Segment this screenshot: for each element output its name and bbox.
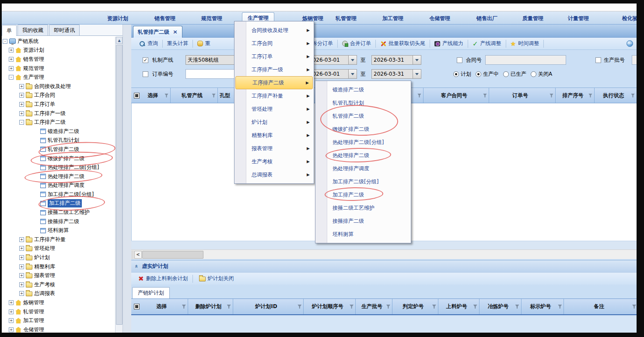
tree-item[interactable]: +销售管理	[2, 55, 115, 64]
column-header[interactable]: 轧管产线	[171, 88, 218, 103]
column-header[interactable]: 选择	[132, 299, 188, 314]
tree-item[interactable]: 接箍二级工艺维护	[2, 208, 115, 217]
expand-icon[interactable]: +	[19, 264, 24, 269]
tree-item[interactable]: 坯料测算	[2, 226, 115, 235]
menu-item[interactable]: 总调报表▶	[235, 168, 313, 181]
filter-funnel-icon[interactable]	[227, 305, 231, 309]
panel-toolbar-button[interactable]: ✖删除上料剩余计划	[135, 274, 192, 284]
tree-item[interactable]: +精整利库	[2, 262, 115, 271]
filter-funnel-icon[interactable]	[483, 94, 487, 98]
filter-funnel-icon[interactable]	[515, 305, 519, 309]
menubar-item[interactable]: 计量管理	[568, 14, 589, 23]
expand-icon[interactable]: +	[19, 102, 24, 107]
contract-input[interactable]	[485, 55, 566, 65]
menu-item[interactable]: 生产考核▶	[235, 155, 313, 168]
checkbox-icon[interactable]	[595, 57, 601, 63]
column-header[interactable]: 选择	[132, 88, 171, 103]
tree-item[interactable]: +报表管理	[2, 271, 115, 280]
tree-item[interactable]: +仓储管理	[2, 325, 115, 333]
tree-item[interactable]: 加工排产二级	[2, 199, 115, 208]
batch-input[interactable]	[632, 55, 637, 65]
tree-item[interactable]: +总调报表	[2, 289, 115, 298]
filter-funnel-icon[interactable]	[631, 94, 635, 98]
tree-item[interactable]: 热处理排产二级	[2, 172, 115, 181]
submenu-item[interactable]: 锻造排产二级	[316, 83, 410, 96]
toolbar-button-globe[interactable]	[623, 39, 637, 49]
filter-funnel-icon[interactable]	[558, 305, 562, 309]
close-icon[interactable]: ×	[173, 29, 178, 35]
tree-item[interactable]: +资源计划	[2, 46, 115, 55]
filter-funnel-icon[interactable]	[588, 94, 592, 98]
column-header[interactable]: 冶炼炉号	[480, 299, 522, 314]
toolbar-button-star[interactable]: ★时间调整	[507, 39, 543, 49]
date-from-2-dropdown-icon[interactable]	[348, 69, 357, 79]
column-header[interactable]: 标示炉号	[522, 299, 564, 314]
toolbar-button-plain[interactable]: 重头计算	[164, 39, 192, 49]
tree-item[interactable]: +炼钢管理	[2, 298, 115, 307]
expand-icon[interactable]: +	[19, 84, 24, 89]
column-header[interactable]: 判定炉号	[392, 299, 438, 314]
toolbar-button-check[interactable]: ✓产线调整	[469, 39, 505, 49]
menubar-item[interactable]: 销售管理	[154, 14, 175, 23]
tree-item[interactable]: -工序排产二级	[2, 118, 115, 127]
submenu-item[interactable]: 接箍排产二级	[316, 214, 410, 228]
filter-funnel-icon[interactable]	[632, 305, 636, 309]
expand-icon[interactable]: +	[19, 282, 24, 287]
filter-funnel-icon[interactable]	[212, 94, 216, 98]
expand-icon[interactable]: +	[19, 255, 24, 260]
tree-item[interactable]: +工序排产补量	[2, 235, 115, 244]
menu-item[interactable]: 工序排产二级▶	[235, 76, 313, 89]
expand-icon[interactable]: +	[19, 246, 24, 251]
tree-item[interactable]: +规范管理	[2, 64, 115, 73]
tree-item[interactable]: 接箍排产二级	[2, 217, 115, 226]
tree-item[interactable]: 轧管排产二级	[2, 145, 115, 154]
sidebar-scrollbar[interactable]: ▲	[115, 37, 122, 333]
menu-item[interactable]: 工序排产补量▶	[235, 89, 313, 102]
collapse-icon[interactable]: -	[19, 120, 24, 125]
date-to-1-dropdown-icon[interactable]	[413, 55, 421, 65]
menu-item[interactable]: 工序合同▶	[235, 37, 313, 50]
tree-item[interactable]: +工序订单	[2, 100, 115, 109]
tree-item[interactable]: +轧管管理	[2, 307, 115, 316]
contract-checkbox[interactable]	[457, 55, 462, 65]
tree-item[interactable]: 轧管孔型计划	[2, 136, 115, 145]
radio-unselected[interactable]	[531, 71, 536, 77]
panel-grid-body[interactable]	[131, 316, 637, 333]
expand-icon[interactable]: +	[9, 57, 14, 62]
menu-item[interactable]: 合同接收及处理▶	[235, 24, 313, 37]
checkbox-icon[interactable]	[457, 57, 462, 63]
menubar-item[interactable]: 轧管管理	[336, 14, 357, 23]
panel-toolbar-button[interactable]: 炉计划关闭	[194, 274, 238, 284]
sidebar-tab[interactable]: 单	[2, 25, 17, 36]
expand-icon[interactable]: +	[19, 111, 24, 116]
scroll-up-icon[interactable]: ▲	[116, 37, 122, 44]
checkbox-icon[interactable]	[143, 57, 148, 63]
expand-icon[interactable]: +	[9, 48, 14, 53]
tab-rolling-schedule-level2[interactable]: 轧管排产二级 ×	[133, 26, 182, 38]
menu-item[interactable]: 工序排产一级▶	[235, 63, 313, 76]
date-from-1-dropdown-icon[interactable]	[348, 55, 357, 65]
tree-item[interactable]: +合同接收及处理	[2, 82, 115, 91]
date-to-1[interactable]: 2026-03-31	[371, 55, 413, 65]
filter-funnel-icon[interactable]	[432, 305, 436, 309]
menu-item[interactable]: 炉计划▶	[235, 116, 313, 129]
column-header[interactable]: 上料炉号	[438, 299, 480, 314]
expand-icon[interactable]: +	[19, 237, 24, 242]
submenu-item[interactable]: 热处理排产二级[分组]	[316, 136, 410, 149]
expand-icon[interactable]: +	[19, 273, 24, 278]
submenu-item[interactable]: 热处理排产二级	[316, 149, 410, 162]
toolbar-button-capacity[interactable]: 产线能力	[431, 39, 467, 49]
submenu-item[interactable]: 加工排产二级	[316, 188, 410, 201]
tree-item[interactable]: +工序排产一级	[2, 109, 115, 118]
column-header[interactable]: 炉计划ID	[233, 299, 304, 314]
menubar-item[interactable]: 仓储管理	[429, 14, 450, 23]
tree-item[interactable]: -产销系统	[2, 37, 115, 46]
expand-icon[interactable]: +	[9, 300, 14, 305]
select-all-checkbox[interactable]	[134, 93, 140, 98]
menu-item[interactable]: 报表管理▶	[235, 142, 313, 155]
menubar-item[interactable]: 质量管理	[522, 14, 543, 23]
filter-funnel-icon[interactable]	[417, 94, 421, 98]
menu-item[interactable]: 管坯处理▶	[235, 102, 313, 116]
menu-item[interactable]: 精整利库▶	[235, 129, 313, 142]
submenu-item[interactable]: 坯料测算	[316, 228, 410, 241]
